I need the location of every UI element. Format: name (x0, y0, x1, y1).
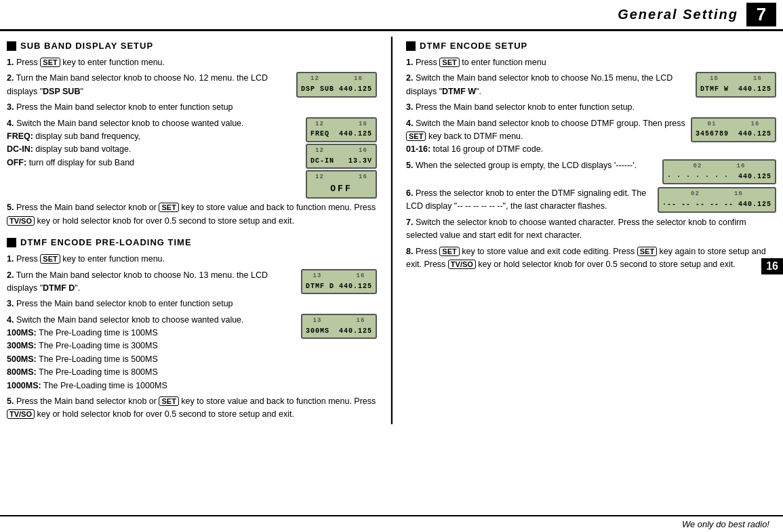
set-key-2: SET (159, 203, 178, 212)
r-step-8: 8. Press SET key to store value and exit… (406, 245, 776, 272)
r-step-7: 7. Switch the selector knob to choose wa… (406, 216, 776, 243)
lcd-dtmf-w: 15 16 DTMF W 440.125 (696, 72, 776, 97)
right-page-indicator: 16 (761, 258, 783, 274)
tvso-key-r8: TV/SO (448, 260, 476, 269)
s2-step-1: 1. Press SET key to enter function menu. (7, 253, 377, 266)
section3-marker (406, 41, 416, 51)
set-key-r1: SET (439, 58, 459, 67)
page-header: General Setting 7 (0, 0, 783, 31)
step-5: 5. Press the Main band selector knob or … (7, 201, 377, 228)
section2-marker (7, 238, 16, 247)
step-2: 12 16 DSP SUB 440.125 2. Turn the Main b… (7, 72, 377, 98)
tvso-key-s2: TV/SO (7, 409, 35, 419)
lcd-group-freq: 12 16 FREQ 440.125 12 16 DC-IN 13.3V 12 … (306, 117, 377, 199)
lcd-300ms: 13 16 300MS 440.125 (301, 314, 377, 339)
section1-steps: 1. Press SET key to enter function menu.… (7, 56, 377, 228)
page-footer: We only do best radio! (0, 515, 783, 532)
right-page-num: 16 (761, 258, 783, 274)
section3-steps: 1. Press SET to enter function menu 15 1… (406, 56, 776, 271)
section1-heading: SUB BAND DISPLAY SETUP (7, 41, 377, 51)
r-step-4: 01 16 3456789 440.125 4. Switch the Main… (406, 117, 776, 157)
r-step-3: 3. Press the Main band selector knob to … (406, 101, 776, 114)
lcd-dashes: 02 16 ·-- -- -- -- -- 440.125 (658, 187, 776, 212)
set-key-icon: SET (40, 58, 60, 67)
step-3: 3. Press the Main band selector knob to … (7, 101, 377, 114)
tvso-key: TV/SO (7, 216, 35, 226)
set-key-r4: SET (406, 131, 426, 141)
page-title: General Setting (618, 7, 738, 22)
main-content: SUB BAND DISPLAY SETUP 1. Press SET key … (0, 37, 783, 424)
s2-step-3: 3. Press the Main band selector knob to … (7, 298, 377, 310)
set-key-s2-5: SET (159, 396, 178, 406)
step1-num: 1. (7, 58, 14, 67)
r-step-5: 02 16 · · · · · · · 440.125 5. When the … (406, 159, 776, 184)
set-key-r8b: SET (637, 247, 657, 256)
set-key-s2: SET (40, 254, 60, 264)
r-step-6: 02 16 ·-- -- -- -- -- 440.125 6. Press t… (406, 187, 776, 213)
r-step-2: 15 16 DTMF W 440.125 2. Switch the Main … (406, 72, 776, 98)
section2-title: DTMF ENCODE PRE-LOADING TIME (20, 237, 192, 247)
step-1: 1. Press SET key to enter function menu. (7, 56, 377, 69)
set-key-r8a: SET (439, 247, 459, 256)
step-4: 12 16 FREQ 440.125 12 16 DC-IN 13.3V 12 … (7, 117, 377, 199)
section2-heading: DTMF ENCODE PRE-LOADING TIME (7, 237, 377, 247)
s2-step-4: 13 16 300MS 440.125 4. Switch the Main b… (7, 314, 377, 392)
lcd-dots: 02 16 · · · · · · · 440.125 (662, 159, 776, 184)
lcd-dsp-sub: 12 16 DSP SUB 440.125 (296, 72, 377, 97)
left-column: SUB BAND DISPLAY SETUP 1. Press SET key … (7, 37, 391, 424)
page-number: 7 (746, 3, 776, 26)
right-column: DTMF ENCODE SETUP 1. Press SET to enter … (393, 37, 776, 424)
r-step-1: 1. Press SET to enter function menu (406, 56, 776, 69)
section2-steps: 1. Press SET key to enter function menu.… (7, 253, 377, 422)
lcd-dtmf-d: 13 16 DTMF D 440.125 (301, 269, 377, 294)
lcd-01-16: 01 16 3456789 440.125 (691, 117, 776, 142)
footer-slogan: We only do best radio! (682, 519, 769, 529)
section3-title: DTMF ENCODE SETUP (420, 41, 527, 51)
s2-step-5: 5. Press the Main band selector knob or … (7, 395, 377, 422)
section3-heading: DTMF ENCODE SETUP (406, 41, 776, 51)
s2-step-2: 13 16 DTMF D 440.125 2. Turn the Main ba… (7, 269, 377, 295)
section1-title: SUB BAND DISPLAY SETUP (20, 41, 153, 51)
section-marker (7, 41, 16, 51)
